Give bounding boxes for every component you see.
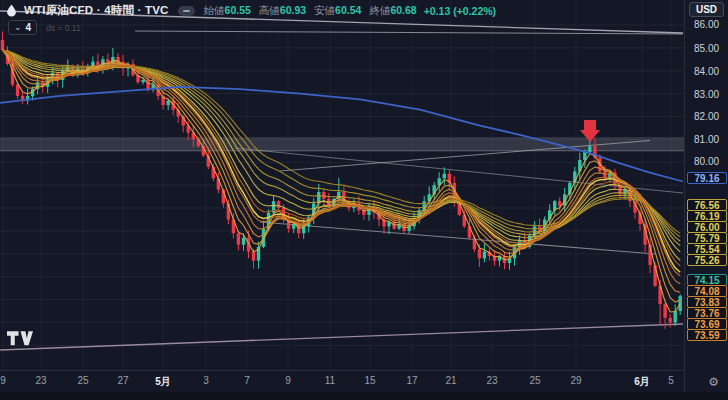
time-axis-label: 17: [406, 375, 417, 386]
ema-line: [3, 50, 681, 266]
indicator-row: ⌄ 4 ds = 0.11: [8, 20, 81, 35]
bottom-toolbar-strip: [0, 392, 728, 400]
trendline: [135, 31, 683, 34]
time-axis-label: 11: [325, 375, 335, 386]
time-axis-label: 23: [486, 375, 497, 386]
candle-body: [252, 252, 255, 261]
candle-body: [669, 318, 672, 323]
price-tick-label: 86.00: [685, 19, 728, 30]
price-tick-label: 84.00: [685, 66, 728, 77]
candle-body: [167, 101, 170, 106]
time-axis-label: 9: [0, 375, 6, 386]
symbol-title[interactable]: WTI原油CFD · 4時間 · TVC: [24, 3, 169, 18]
time-axis-label: 25: [529, 375, 540, 386]
trendline: [235, 148, 683, 193]
time-axis-label: 3: [203, 375, 209, 386]
candle-body: [1, 40, 4, 50]
time-axis-label: 29: [570, 375, 581, 386]
high-value: 60.93: [280, 4, 306, 16]
candle-body: [674, 311, 677, 322]
time-axis-label: 9: [285, 375, 291, 386]
candle-body: [242, 238, 245, 245]
open-value: 60.55: [225, 4, 251, 16]
price-change: +0.13 (+0.22%): [424, 5, 496, 17]
candle-body: [588, 146, 591, 152]
candle-body: [679, 296, 682, 311]
time-axis-label: 15: [364, 375, 375, 386]
fast-ema-price-label: 73.59: [687, 329, 727, 341]
tradingview-watermark-logo[interactable]: [6, 330, 33, 352]
candle-body: [663, 304, 666, 318]
price-tick-label: 85.00: [685, 43, 728, 54]
price-tick-label: 82.00: [685, 111, 728, 122]
time-axis-label: 23: [35, 375, 46, 386]
indicator-collapse-chip[interactable]: ⌄ 4: [8, 20, 37, 35]
candle-body: [558, 201, 561, 206]
indicator-count: 4: [26, 22, 32, 33]
time-axis-label: 6月: [634, 375, 650, 389]
time-axis-label: 21: [445, 375, 456, 386]
close-label: 終値: [369, 4, 390, 16]
trendline: [260, 222, 655, 254]
ema-line: [3, 50, 681, 302]
oil-drop-icon: [6, 4, 17, 17]
close-value: 60.68: [390, 4, 416, 16]
candle-body: [483, 252, 486, 259]
candle-body: [146, 80, 149, 89]
candle-body: [443, 174, 446, 179]
high-label: 高値: [259, 4, 280, 16]
minus-icon: [183, 10, 190, 12]
slow-ema-price-label: 75.26: [687, 254, 727, 266]
candle-body: [141, 80, 144, 82]
resistance-band: [0, 137, 684, 151]
price-tick-label: 81.00: [685, 134, 728, 145]
candle-body: [237, 233, 240, 244]
low-label: 安値: [314, 4, 335, 16]
candle-body: [478, 249, 481, 258]
time-axis-label: 27: [117, 375, 128, 386]
indicator-value-text: ds = 0.11: [46, 23, 81, 33]
candlestick-chart-canvas[interactable]: [0, 0, 684, 370]
chart-legend: WTI原油CFD · 4時間 · TVC 始値60.55 高値60.93 安値6…: [6, 3, 496, 18]
time-axis-label: 5: [668, 375, 674, 386]
open-label: 始値: [204, 4, 225, 16]
time-axis-label: 5月: [155, 375, 171, 389]
price-axis[interactable]: USD ⚙ 86.0085.0084.0083.0082.0081.0080.0…: [684, 0, 728, 392]
blue-ma-price-label: 79.16: [687, 172, 727, 184]
candle-body: [277, 201, 280, 208]
trendline: [0, 324, 683, 350]
tradingview-chart-window: WTI原油CFD · 4時間 · TVC 始値60.55 高値60.93 安値6…: [0, 0, 728, 400]
ohlc-readout: 始値60.55 高値60.93 安値60.54 終値60.68: [204, 4, 417, 18]
time-axis-label: 7: [244, 375, 250, 386]
chevron-down-icon: ⌄: [14, 23, 22, 32]
price-tick-label: 83.00: [685, 89, 728, 100]
time-axis-label: 25: [77, 375, 88, 386]
currency-button[interactable]: USD: [689, 2, 724, 17]
price-tick-label: 80.00: [685, 156, 728, 167]
gear-icon[interactable]: ⚙: [708, 375, 719, 389]
time-axis[interactable]: 92325275月379111517212325296月5: [0, 370, 684, 392]
legend-collapse-pill[interactable]: [178, 6, 195, 16]
low-value: 60.54: [335, 4, 361, 16]
